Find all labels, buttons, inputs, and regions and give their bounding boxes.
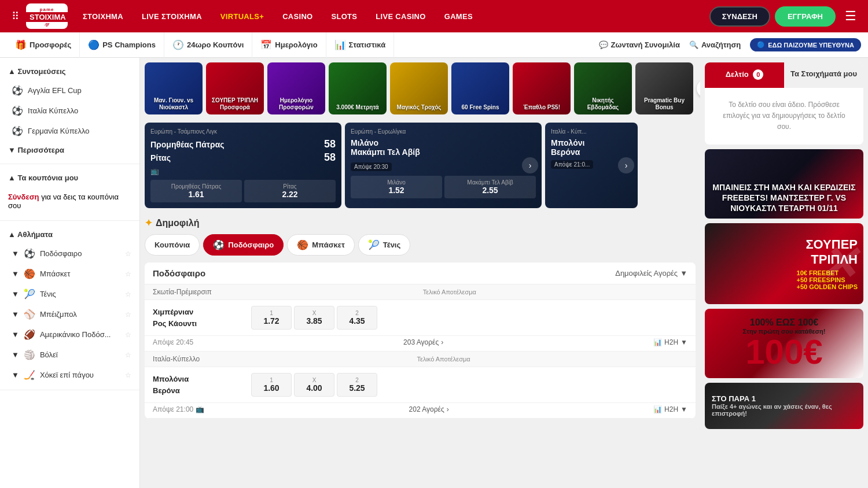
star-icon[interactable]: ☆: [125, 290, 131, 298]
promo-card-0[interactable]: Μαν. Γιουν. vs Νιούκαστλ: [145, 62, 203, 114]
betslip-tabs: Δελτίο 0 Τα Στοιχήματά μου: [705, 62, 863, 88]
sidebar-item-american-football[interactable]: ▼ 🏈 Αμερικάνικο Ποδόσ... ☆: [0, 324, 139, 345]
popular-markets-button[interactable]: Δημοφιλείς Αγορές ▼: [615, 269, 687, 278]
soccer-icon: ⚽: [12, 85, 23, 96]
more-button[interactable]: ▼ Περισσότερα: [0, 141, 139, 159]
betslip-tab-active[interactable]: Δελτίο 0: [705, 62, 784, 88]
promo-card-3[interactable]: 3.000€ Μετρητά: [329, 62, 387, 114]
tab-tennis[interactable]: 🎾 Τένις: [358, 234, 410, 256]
sidebar-item-basketball[interactable]: ▼ 🏀 Μπάσκετ ☆: [0, 264, 139, 284]
odd1-button[interactable]: Μιλάνο 1.52: [351, 176, 442, 198]
tab-coupons[interactable]: Κουπόνια: [145, 234, 200, 256]
logo[interactable]: pame STOIXIMA .gr: [26, 3, 68, 29]
tennis-tab-icon: 🎾: [368, 239, 380, 250]
shortcuts-header[interactable]: ▲ Συντομεύσεις: [0, 62, 139, 80]
match-teams: Μπολόνια Βερόνα: [153, 374, 245, 396]
sub-item-calendar[interactable]: 📅 Ημερολόγιο: [252, 32, 326, 58]
top-navigation: ⠿ pame STOIXIMA .gr ΣΤΟΙΧΗΜΑ LIVE ΣΤΟΙΧΗ…: [0, 0, 868, 32]
promo-card-2[interactable]: Ημερολόγιο Προσφορών: [267, 62, 325, 114]
live-matches-section: Ευρώπη - Τσάμπιονς Λιγκ Προμηθέας Πάτρας…: [140, 119, 700, 212]
signin-button[interactable]: ΣΥΝΔΕΣΗ: [709, 6, 770, 27]
promo-label: ΣΟΥΠΕΡ ΤΡΙΠΛΗ Προσφορά: [209, 97, 260, 111]
gift-icon: 🎁: [15, 39, 27, 50]
match-nav-button[interactable]: ›: [618, 157, 634, 173]
coupon-login-link[interactable]: Σύνδεση: [8, 193, 39, 201]
hamburger-icon[interactable]: ☰: [840, 9, 861, 24]
oddX-button[interactable]: Χ 4.00: [294, 373, 334, 397]
sports-header[interactable]: ▲ Αθλήματα: [0, 225, 139, 243]
nav-live-stoixima[interactable]: LIVE ΣΤΟΙΧΗΜΑ: [134, 0, 210, 32]
sidebar-item-germany-cup[interactable]: ⚽ Γερμανία Κύπελλο: [0, 121, 139, 141]
popular-section: ✦ Δημοφιλή Κουπόνια ⚽ Ποδόσφαιρο 🏀 Μπάσκ…: [140, 212, 700, 424]
nav-games[interactable]: GAMES: [436, 0, 481, 32]
nav-casino[interactable]: CASINO: [274, 0, 321, 32]
sidebar-item-england-efl[interactable]: ⚽ Αγγλία EFL Cup: [0, 80, 139, 101]
odd1-button[interactable]: Προμηθέας Πάτρας 1.61: [150, 180, 242, 202]
promo-card-4[interactable]: Μαγικός Τροχός: [390, 62, 448, 114]
sub-item-prosfores[interactable]: 🎁 Προσφορές: [7, 32, 80, 58]
sidebar-item-soccer[interactable]: ▼ ⚽ Ποδόσφαιρο ☆: [0, 243, 139, 264]
star-icon[interactable]: ☆: [125, 310, 131, 319]
odd2-button[interactable]: 2 4.35: [337, 306, 377, 330]
table-row: Μπολόνια Βερόνα 1 1.60 Χ 4.00 2: [145, 367, 696, 403]
match-footer-0: Απόψε 20:45 203 Αγορές › 📊 Η2Η ▼: [145, 336, 696, 352]
sidebar-item-tennis[interactable]: ▼ 🎾 Τένις ☆: [0, 284, 139, 304]
sub-item-24hr-coupon[interactable]: 🕐 24ωρο Κουπόνι: [164, 32, 252, 58]
right-promo-banner-1[interactable]: ΣΟΥΠΕΡΤΡΙΠΛΗ 10€ FREEBET+50 FREESPINS+50…: [705, 223, 863, 304]
more-markets-button[interactable]: 202 Αγορές ›: [409, 405, 449, 413]
basketball-icon: 🏀: [24, 268, 35, 279]
more-markets-button[interactable]: 203 Αγορές ›: [403, 338, 443, 346]
live-chat-button[interactable]: 💬 Ζωντανή Συνομιλία: [599, 40, 680, 49]
nav-live-casino[interactable]: LIVE CASINO: [367, 0, 433, 32]
my-bets-tab[interactable]: Τα Στοιχήματά μου: [784, 62, 863, 88]
right-promo-banner-0[interactable]: ΜΠΑΙΝΕΙΣ ΣΤΗ ΜΑΧΗ ΚΑΙ ΚΕΡΔΙΖΕΙΣ FREEBETS…: [705, 149, 863, 219]
my-coupons-header[interactable]: ▲ Τα κουπόνια μου: [0, 169, 139, 187]
promo-card-8[interactable]: Pragmatic Buy Bonus: [635, 62, 693, 114]
star-icon[interactable]: ☆: [125, 270, 131, 278]
sub-item-statistics[interactable]: 📊 Στατιστικά: [326, 32, 395, 58]
h2h-button[interactable]: 📊 Η2Η ▼: [653, 405, 687, 413]
live-match-card-2[interactable]: Ιταλία - Κύπ... Μπολόνι Βερόνα Απόψε 21:…: [545, 123, 638, 208]
search-button[interactable]: 🔍 Αναζήτηση: [689, 40, 741, 49]
sub-item-ps-champions[interactable]: 🔵 PS Champions: [80, 32, 164, 58]
live-match-card-0[interactable]: Ευρώπη - Τσάμπιονς Λιγκ Προμηθέας Πάτρας…: [145, 123, 341, 208]
right-promo-banner-3[interactable]: ΣΤΟ ΠΑΡΑ 1 Παίξε 4+ αγώνες και αν χάσεις…: [705, 383, 863, 429]
odd2-button[interactable]: Μακάμπι Τελ Αβίβ 2.55: [444, 176, 536, 198]
live-match-card-1[interactable]: Ευρώπη - Ευρωλίγκα Μιλάνο Μακάμπι Τελ Αβ…: [345, 123, 542, 208]
promo-card-1[interactable]: ΣΟΥΠΕΡ ΤΡΙΠΛΗ Προσφορά: [206, 62, 264, 114]
star-icon[interactable]: ☆: [125, 371, 131, 379]
responsible-icon: 🔵: [757, 41, 765, 49]
sidebar-item-baseball[interactable]: ▼ ⚾ Μπέιζμπολ ☆: [0, 304, 139, 324]
promo-card-5[interactable]: 60 Free Spins: [451, 62, 509, 114]
table-row: Χιμπέρνιαν Ρος Κάουντι 1 1.72 Χ 3.85: [145, 300, 696, 336]
odd1-button[interactable]: 1 1.60: [251, 373, 292, 397]
grid-icon[interactable]: ⠿: [7, 10, 24, 23]
odd2-button[interactable]: Ρίτας 2.22: [244, 180, 336, 202]
odd2-button[interactable]: 2 5.25: [337, 373, 377, 397]
betslip-count-badge: 0: [753, 69, 763, 80]
odd1-button[interactable]: 1 1.72: [251, 306, 292, 330]
promo-card-7[interactable]: Νικητής Εβδομάδας: [574, 62, 632, 114]
nav-stoixima[interactable]: ΣΤΟΙΧΗΜΑ: [75, 0, 131, 32]
shortcuts-section: ▲ Συντομεύσεις ⚽ Αγγλία EFL Cup ⚽ Ιταλία…: [0, 58, 139, 164]
promo-label: Μαν. Γιουν. vs Νιούκαστλ: [148, 97, 199, 111]
h2h-button[interactable]: 📊 Η2Η ▼: [653, 338, 687, 346]
league-label: Ευρώπη - Τσάμπιονς Λιγκ: [150, 128, 336, 135]
promo-card-6[interactable]: Έπαθλο PS5!: [513, 62, 571, 114]
star-icon[interactable]: ☆: [125, 331, 131, 339]
tab-soccer[interactable]: ⚽ Ποδόσφαιρο: [203, 234, 284, 256]
right-promo-banner-2[interactable]: 100% ΕΩΣ 100€ Στην πρώτη σου κατάθεση! 1…: [705, 309, 863, 378]
sidebar-item-volleyball[interactable]: ▼ 🏐 Βόλεϊ ☆: [0, 345, 139, 365]
star-icon[interactable]: ☆: [125, 351, 131, 359]
chevron-right-icon: ›: [441, 338, 443, 346]
nav-slots[interactable]: SLOTS: [323, 0, 366, 32]
sidebar-item-italy-cup[interactable]: ⚽ Ιταλία Κύπελλο: [0, 101, 139, 121]
match-nav-button[interactable]: ›: [522, 157, 538, 173]
star-icon[interactable]: ☆: [125, 250, 131, 258]
nav-virtuals[interactable]: VIRTUALS+: [212, 0, 272, 32]
oddX-button[interactable]: Χ 3.85: [294, 306, 334, 330]
sidebar-item-hockey[interactable]: ▼ 🏒 Χόκεϊ επί πάγου ☆: [0, 365, 139, 385]
tab-basketball[interactable]: 🏀 Μπάσκετ: [287, 234, 355, 256]
register-button[interactable]: ΕΓΓΡΑΦΗ: [775, 6, 836, 27]
match-teams: Χιμπέρνιαν Ρος Κάουντι: [153, 306, 245, 329]
